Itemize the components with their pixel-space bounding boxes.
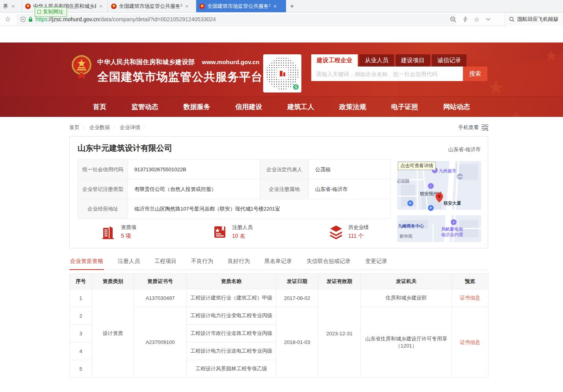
browser-tab-jzsc-active[interactable]: 全国建筑市场监管公共服务平台 × — [196, 0, 286, 12]
col-header-issue-date: 发证日期 — [276, 274, 318, 289]
map-label-battery-1: 风帆蓄电池 — [441, 226, 463, 232]
copy-url-tooltip-text: 复制网址 — [43, 8, 63, 15]
tab-dishonesty-records[interactable]: 失信联合惩戒记录 — [306, 258, 351, 270]
cell-cert-no: A137030497 — [134, 289, 187, 307]
company-location-map[interactable]: 点击可查看详情 ▪ 九州超市 ATM 记花园 ▫ 联安现代城 P P 联安大厦 … — [397, 161, 481, 242]
tab-title: 全国建筑市场监管公共服务平台 — [207, 3, 270, 10]
nav-site-news[interactable]: 网站动态 — [443, 102, 470, 111]
tab-qualifications[interactable]: 企业资质资格 — [69, 258, 104, 270]
search-tab-project[interactable]: 建设项目 — [396, 54, 430, 67]
cell-index: 2 — [70, 307, 92, 325]
tab-blacklist[interactable]: 黑名单记录 — [264, 258, 293, 270]
nav-home[interactable]: 首页 — [93, 102, 106, 111]
qr-center-logo — [277, 68, 288, 80]
nav-policy[interactable]: 政策法规 — [339, 102, 366, 111]
nav-workers[interactable]: 建筑工人 — [287, 102, 314, 111]
tab-good-behavior[interactable]: 良好行为 — [227, 258, 251, 270]
keyword-search-input[interactable] — [311, 67, 463, 81]
address-field[interactable]: https://jzsc.mohurd.gov.cn/data/company/… — [17, 14, 456, 24]
tab-projects[interactable]: 工程项目 — [154, 258, 177, 270]
map-label-xinhuayuan: 新华苑 — [399, 233, 412, 239]
col-header-valid-until: 发证有效期 — [318, 274, 361, 289]
mobile-view-widget[interactable]: 手机查看 — [458, 124, 488, 131]
favorite-star-icon[interactable]: ☆ — [474, 16, 479, 23]
map-label-garden: 记花园 — [397, 178, 409, 184]
breadcrumb-separator: 〉 — [82, 125, 87, 131]
shield-icon[interactable] — [20, 17, 26, 22]
cell-index: 4 — [70, 342, 92, 360]
url-host: ://jzsc.mohurd.gov.cn — [47, 16, 99, 22]
company-summary-card: 山东中元建筑设计有限公司 山东省-临沂市 统一社会信用代码 9137130267… — [69, 136, 488, 248]
cell-qual-name: 工程设计风景园林工程专项乙级 — [187, 360, 276, 378]
copy-url-tooltip: 复制网址 — [35, 7, 67, 17]
cell-index: 1 — [70, 289, 92, 307]
company-region: 山东省-临沂市 — [448, 146, 481, 153]
tab-close-icon[interactable]: × — [184, 3, 189, 9]
certificate-info-link[interactable]: 证书信息 — [460, 339, 480, 345]
bookmark-star-icon[interactable]: ☆ — [5, 15, 11, 23]
certificate-info-link[interactable]: 证书信息 — [460, 295, 480, 301]
detail-tabs: 企业资质资格 注册人员 工程项目 不良行为 良好行为 黑名单记录 失信联合惩戒记… — [69, 258, 488, 270]
info-value-credit-code: 91371302675501022B — [128, 160, 260, 179]
info-value-reg-type: 有限责任公司（自然人投资或控股） — [128, 179, 260, 199]
tab-close-icon[interactable]: × — [98, 3, 103, 9]
cell-qual-name: 工程设计建筑行业（建筑工程）甲级 — [187, 289, 276, 307]
national-emblem-icon — [71, 54, 92, 80]
url-text[interactable]: https://jzsc.mohurd.gov.cn/data/company/… — [35, 16, 216, 22]
nav-e-license[interactable]: 电子证照 — [391, 102, 418, 111]
company-info-table: 统一社会信用代码 91371302675501022B 企业法定代表人 公茂福 … — [78, 159, 391, 219]
zoom-out-icon[interactable] — [450, 16, 457, 23]
browser-tab-jzsc-1[interactable]: 全国建筑市场监管公共服务平台 × — [108, 0, 196, 12]
breadcrumb-company-detail[interactable]: 企业详情 — [120, 124, 140, 131]
stat-historical-performance[interactable]: 历史业绩 111 个 — [329, 224, 369, 240]
nav-credit[interactable]: 信用建设 — [236, 102, 262, 111]
search-tab-personnel[interactable]: 从业人员 — [359, 54, 394, 67]
cell-qual-name: 工程设计市政行业道路工程专业丙级 — [187, 325, 276, 342]
search-tab-enterprise[interactable]: 建设工程企业 — [311, 54, 358, 67]
stat-value: 111 个 — [348, 233, 369, 240]
hot-search-text[interactable]: 国航回应飞机颠簸 — [517, 16, 558, 23]
search-tab-credit[interactable]: 诚信记录 — [432, 54, 466, 67]
breadcrumb-company-data[interactable]: 企业数据 — [89, 124, 110, 131]
urlbar-action-icons: ☆ — [450, 13, 491, 26]
copy-icon — [37, 10, 41, 14]
browser-tab-partial[interactable]: 界 × — [0, 0, 22, 12]
stat-registered-personnel[interactable]: 注册人员 10 名 — [212, 224, 253, 240]
map-label-tower: 联安大厦 — [444, 200, 461, 206]
table-row: 统一社会信用代码 91371302675501022B 企业法定代表人 公茂福 — [78, 160, 391, 179]
qr-code-icon[interactable] — [482, 124, 488, 131]
new-tab-button[interactable]: + — [286, 0, 298, 12]
emblem-favicon-icon — [25, 4, 31, 9]
tab-close-icon[interactable]: × — [273, 3, 277, 9]
cell-index: 3 — [70, 325, 92, 342]
info-label-reg-type: 企业登记注册类型 — [78, 179, 128, 199]
search-button[interactable]: 搜索 — [463, 67, 487, 81]
nav-supervision[interactable]: 监管动态 — [132, 102, 158, 111]
breadcrumb-home[interactable]: 首页 — [69, 124, 80, 131]
tab-close-icon[interactable]: × — [11, 3, 15, 9]
parking-poi-icon: P — [407, 200, 413, 206]
nav-data-service[interactable]: 数据服务 — [184, 102, 210, 111]
tab-bad-behavior[interactable]: 不良行为 — [190, 258, 214, 270]
cell-issue-date: 2018-01-03 — [276, 307, 318, 378]
col-header-authority: 发证机关 — [361, 274, 452, 289]
tab-title: 界 — [3, 3, 8, 10]
tab-title: 全国建筑市场监管公共服务平台 — [119, 3, 182, 10]
mobile-view-label[interactable]: 手机查看 — [458, 124, 479, 131]
stat-qualifications[interactable]: 资质项 5 项 — [101, 224, 136, 240]
table-row: 1 设计资质 A137030497 工程设计建筑行业（建筑工程）甲级 2017-… — [70, 289, 489, 307]
browser-search-box[interactable]: 国航回应飞机颠簸 — [505, 13, 563, 26]
lightning-icon[interactable] — [463, 16, 468, 22]
breadcrumb-separator: 〉 — [113, 125, 117, 131]
qualification-table: 序号 资质类别 资质证书号 资质名称 发证日期 发证有效期 发证机关 预览 1 … — [69, 274, 489, 378]
tab-registered-personnel[interactable]: 注册人员 — [117, 258, 141, 270]
stat-value: 5 项 — [121, 233, 136, 240]
emblem-favicon-icon — [111, 4, 117, 9]
col-header-index: 序号 — [70, 274, 92, 289]
tab-change-records[interactable]: 变更记录 — [364, 258, 388, 270]
map-label-business-center: 九峰商务中心 — [398, 223, 424, 229]
cell-qual-name: 工程设计电力行业变电工程专业丙级 — [187, 307, 276, 325]
chevron-down-icon[interactable] — [486, 18, 491, 21]
table-row: 企业经营地址 临沂市兰山区陶然路107号星河晶都（联安）现代城1号楼2201室 — [78, 199, 391, 219]
cell-index: 5 — [70, 360, 92, 378]
